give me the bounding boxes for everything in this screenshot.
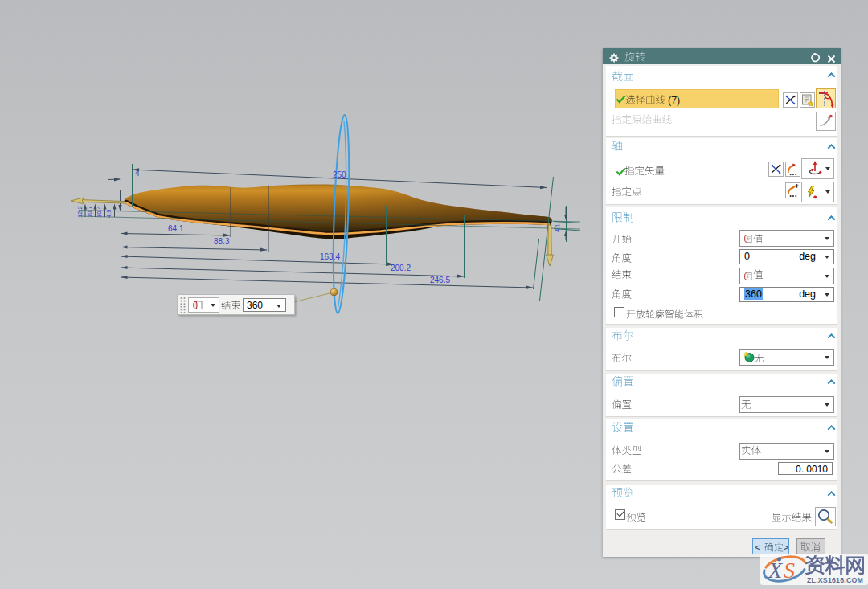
svg-text:4: 4 — [135, 169, 140, 178]
svg-text:S: S — [784, 558, 795, 583]
svg-text:12.2: 12.2 — [76, 206, 84, 218]
svg-text:250: 250 — [333, 170, 346, 179]
svg-text:X: X — [768, 558, 783, 583]
svg-text:200.2: 200.2 — [391, 264, 411, 272]
svg-text:4.9: 4.9 — [105, 210, 113, 218]
svg-text:4.1: 4.1 — [554, 224, 561, 232]
svg-text:10.7: 10.7 — [86, 206, 93, 218]
svg-text:246.5: 246.5 — [430, 276, 450, 284]
svg-text:10.4: 10.4 — [96, 206, 103, 218]
svg-text:64.1: 64.1 — [168, 224, 184, 233]
svg-text:88.3: 88.3 — [214, 237, 230, 246]
svg-text:163.4: 163.4 — [320, 252, 340, 261]
